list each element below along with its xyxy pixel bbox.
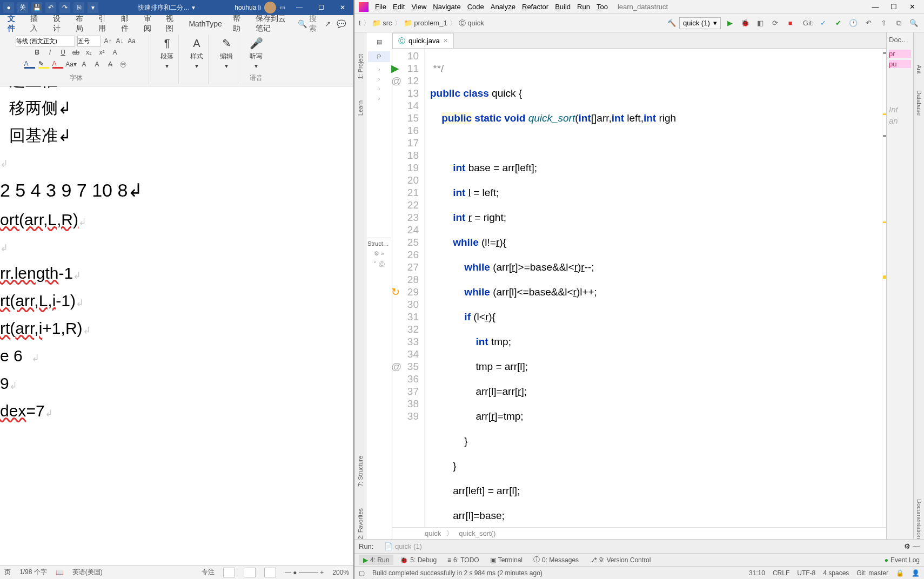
btab-debug[interactable]: 🐞 5: Debug <box>396 555 441 565</box>
menu-code[interactable]: Code <box>467 3 484 11</box>
close-icon[interactable]: ✕ <box>332 0 353 15</box>
stop-icon[interactable]: ■ <box>785 17 796 29</box>
encoding[interactable]: UTF-8 <box>797 569 815 577</box>
tree-arrow[interactable]: › <box>367 66 391 72</box>
tab-close-icon[interactable]: ✕ <box>443 37 448 44</box>
bold-icon[interactable]: B <box>32 48 42 57</box>
edit-btn[interactable]: ✎编辑▾ <box>218 36 235 70</box>
run-panel-header[interactable]: Run: 📄 quick (1) ⚙ — <box>354 539 924 553</box>
btab-vc[interactable]: ⎇ 9: Version Control <box>585 555 655 565</box>
shrink-icon[interactable]: A <box>92 59 102 69</box>
font-color2-icon[interactable]: A <box>52 60 63 69</box>
ide-close-icon[interactable]: ✕ <box>905 3 920 11</box>
btab-run[interactable]: ▶ 4: Run <box>359 555 393 565</box>
profile-icon[interactable]: ⟳ <box>769 17 781 29</box>
btab-todo[interactable]: ≡ 6: TODO <box>443 555 484 565</box>
crumb-class[interactable]: quick <box>425 529 441 537</box>
tree-arrow[interactable]: › <box>367 76 391 82</box>
tree-arrow[interactable]: › <box>367 95 391 102</box>
search-box[interactable]: 🔍 搜索 <box>298 14 318 33</box>
shrink-font-icon[interactable]: A↓ <box>115 36 125 46</box>
search-everywhere-icon[interactable]: ⧉ <box>893 17 905 29</box>
caret-position[interactable]: 31:10 <box>749 569 765 577</box>
undo-icon[interactable]: ↶ <box>45 2 56 13</box>
autosave-toggle[interactable]: ● <box>3 2 14 13</box>
italic-icon[interactable]: I <box>45 48 55 57</box>
tool-structure[interactable]: 7: Structure <box>357 456 364 487</box>
search-icon[interactable]: 🔍 <box>908 17 920 29</box>
tool-database[interactable]: Database <box>916 90 922 116</box>
editor-tab-active[interactable]: Ⓒ quick.java ✕ <box>392 33 454 48</box>
menu-refactor[interactable]: Refactor <box>522 3 548 11</box>
git-revert-icon[interactable]: ↶ <box>862 17 874 29</box>
menu-run[interactable]: Run <box>577 3 590 11</box>
subscript-icon[interactable]: x₂ <box>84 48 94 57</box>
view-read-icon[interactable] <box>244 568 256 577</box>
pages-label[interactable]: 页 <box>4 568 11 577</box>
close-qa[interactable]: 关 <box>17 2 28 13</box>
git-push-icon[interactable]: ⇧ <box>878 17 889 29</box>
font-name-select[interactable] <box>16 36 75 46</box>
debug-icon[interactable]: 🐞 <box>739 17 751 29</box>
menu-edit[interactable]: Edit <box>393 3 405 11</box>
highlight-icon[interactable]: ✎ <box>38 60 49 69</box>
line-sep[interactable]: CRLF <box>773 569 789 577</box>
qa-more[interactable]: ▾ <box>88 2 98 13</box>
breadcrumb-class[interactable]: Ⓒ quick <box>459 18 484 28</box>
save-icon[interactable]: 💾 <box>31 2 42 13</box>
menu-file[interactable]: File <box>375 3 386 11</box>
tab-mathtype[interactable]: MathType <box>184 17 226 30</box>
ide-maximize-icon[interactable]: ☐ <box>886 3 901 11</box>
crumb-method[interactable]: quick_sort() <box>459 529 496 537</box>
doc-tab[interactable]: Doc… <box>889 36 911 48</box>
enclose-icon[interactable]: ㊥ <box>118 59 128 69</box>
code-text[interactable]: **/ public class quick { public static v… <box>425 49 882 527</box>
menu-build[interactable]: Build <box>555 3 571 11</box>
git-update-icon[interactable]: ✓ <box>817 17 829 29</box>
btab-messages[interactable]: ⓘ 0: Messages <box>529 554 583 565</box>
share-btn[interactable]: ↗ <box>325 19 331 28</box>
grow-icon[interactable]: A <box>79 59 89 69</box>
menu-analyze[interactable]: Analyze <box>491 3 515 11</box>
git-commit-icon[interactable]: ✔ <box>832 17 844 29</box>
font-color-icon[interactable]: A <box>24 60 35 69</box>
tool-ant[interactable]: Ant <box>916 65 922 74</box>
maximize-icon[interactable]: ☐ <box>310 0 332 15</box>
tree-arrow[interactable]: › <box>367 85 391 92</box>
word-document-body[interactable]: 选主催↲ 移两侧↲ 回基准↲ ↲ 2 5 4 3 9 7 10 8↲ ort(a… <box>0 86 353 565</box>
paragraph-btn[interactable]: ¶段落▾ <box>159 36 175 70</box>
dictate-btn[interactable]: 🎤听写▾ <box>248 36 264 70</box>
build-icon[interactable]: 🔨 <box>667 19 676 27</box>
breadcrumb-src[interactable]: 📁 src <box>372 19 392 27</box>
btab-terminal[interactable]: ▣ Terminal <box>486 555 527 565</box>
comments-btn[interactable]: 💬 <box>337 19 346 28</box>
tool-project[interactable]: 1: Project <box>357 54 364 79</box>
superscript-icon[interactable]: x² <box>97 48 107 57</box>
status-icon[interactable]: ▢ <box>359 569 365 577</box>
language[interactable]: 英语(美国) <box>72 568 103 577</box>
ribbon-display[interactable]: ▭ <box>279 4 285 11</box>
indent[interactable]: 4 spaces <box>823 569 849 577</box>
grow-font-icon[interactable]: A↑ <box>103 36 113 46</box>
event-log[interactable]: ● Event Log <box>885 556 920 564</box>
word-count[interactable]: 1/98 个字 <box>19 568 47 577</box>
spellcheck-icon[interactable]: 📖 <box>56 569 64 576</box>
tool-documentation[interactable]: Documentation <box>916 499 922 539</box>
breadcrumb-root[interactable]: t <box>359 19 361 27</box>
run-settings-icon[interactable]: ⚙ — <box>904 542 920 550</box>
char-size-icon[interactable]: Aa▾ <box>66 59 76 69</box>
ide-man-icon[interactable]: 👤 <box>912 569 920 577</box>
tool-favorites[interactable]: 2: Favorites <box>357 508 364 539</box>
focus-mode[interactable]: 专注 <box>202 568 215 577</box>
share-icon[interactable]: ⎘ <box>73 2 84 13</box>
text-effects-icon[interactable]: A <box>110 48 120 57</box>
proj-tab-1[interactable]: ▤ <box>367 36 391 48</box>
style-btn[interactable]: A样式▾ <box>189 36 205 70</box>
zoom-slider[interactable]: — ● ——— + <box>285 569 324 576</box>
coverage-icon[interactable]: ◧ <box>754 17 766 29</box>
user-name[interactable]: houhua li <box>235 4 261 11</box>
view-print-icon[interactable] <box>223 568 235 577</box>
breadcrumb-folder[interactable]: 📁 problem_1 <box>404 19 447 27</box>
view-web-icon[interactable] <box>264 568 276 577</box>
ide-minimize-icon[interactable]: — <box>868 3 883 11</box>
